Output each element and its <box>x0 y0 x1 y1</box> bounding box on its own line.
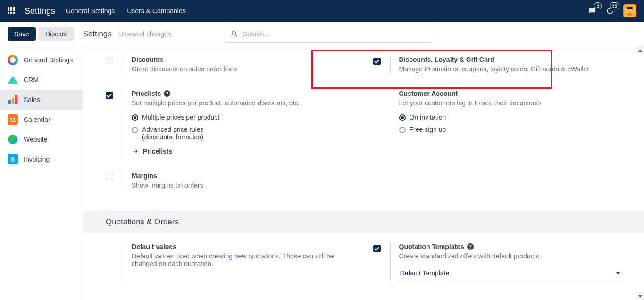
discard-button[interactable]: Discard <box>39 27 74 41</box>
setting-customer-account: Customer Account Let your customers log … <box>373 90 622 156</box>
setting-desc: Show margins on orders <box>132 181 354 189</box>
setting-title: Pricelists ? <box>132 90 354 97</box>
radio-icon <box>132 127 138 133</box>
avatar[interactable] <box>623 4 636 17</box>
checkbox-quotation-templates[interactable] <box>373 245 381 252</box>
top-nav: Settings General Settings Users & Compan… <box>0 0 644 22</box>
radio-icon <box>132 114 138 121</box>
menu-users-companies[interactable]: Users & Companies <box>127 7 186 15</box>
sidebar-item-sales[interactable]: Sales <box>0 90 83 110</box>
gear-icon <box>8 55 18 65</box>
radio-icon <box>399 127 406 133</box>
setting-default-values: Default values Default values used when … <box>106 243 354 281</box>
setting-desc: Manage Promotions, coupons, loyalty card… <box>399 65 622 73</box>
radio-icon <box>399 114 406 121</box>
svg-line-1 <box>235 35 237 36</box>
sidebar-item-label: Invoicing <box>24 155 50 163</box>
sidebar-item-general-settings[interactable]: General Settings <box>0 50 83 70</box>
sidebar-item-label: General Settings <box>24 56 73 64</box>
sidebar-item-label: Calendar <box>24 116 50 123</box>
help-icon[interactable]: ? <box>467 243 474 250</box>
app-brand[interactable]: Settings <box>25 6 55 16</box>
pricelists-link[interactable]: Pricelists <box>132 147 354 155</box>
radio-multiple-prices[interactable]: Multiple prices per product <box>132 113 354 121</box>
breadcrumb: Settings <box>83 29 111 39</box>
radio-on-invitation[interactable]: On invitation <box>399 113 622 121</box>
svg-point-0 <box>232 31 236 35</box>
setting-desc: Set multiple prices per product, automat… <box>132 99 354 107</box>
website-icon <box>8 134 18 145</box>
arrow-right-icon <box>132 148 139 154</box>
radio-free-signup[interactable]: Free sign up <box>399 126 622 133</box>
radio-advanced-rules[interactable]: Advanced price rules (discounts, formula… <box>132 126 354 141</box>
checkbox-pricelists[interactable] <box>106 92 113 99</box>
activities-icon[interactable]: 36 <box>605 6 615 16</box>
sidebar: General Settings CRM Sales 31 Calendar W… <box>0 46 83 300</box>
calendar-icon: 31 <box>8 114 18 125</box>
search-box[interactable] <box>225 26 432 43</box>
setting-title: Default values <box>132 243 354 250</box>
setting-desc: Let your customers log in to see their d… <box>399 99 622 107</box>
sidebar-item-website[interactable]: Website <box>0 129 83 149</box>
crm-icon <box>8 75 18 85</box>
setting-title: Discounts, Loyalty & Gift Card <box>399 56 622 63</box>
setting-title: Quotation Templates ? <box>399 243 622 250</box>
setting-title: Discounts <box>132 56 354 63</box>
setting-title: Margins <box>132 172 354 180</box>
setting-desc: Grant discounts on sales order lines <box>132 65 354 73</box>
default-template-select[interactable]: Default Template <box>399 266 622 280</box>
sidebar-item-calendar[interactable]: 31 Calendar <box>0 110 83 129</box>
sidebar-item-label: CRM <box>24 76 39 84</box>
save-button[interactable]: Save <box>8 27 36 41</box>
scroll-up-icon[interactable] <box>636 46 644 54</box>
search-icon <box>231 30 238 38</box>
messages-icon[interactable]: 3 <box>587 6 597 16</box>
setting-quotation-templates: Quotation Templates ? Create standardize… <box>373 243 622 281</box>
sidebar-item-invoicing[interactable]: $ Invoicing <box>0 149 83 169</box>
sidebar-item-label: Website <box>24 136 47 143</box>
scroll-down-icon[interactable] <box>636 292 644 300</box>
checkbox-loyalty[interactable] <box>373 58 381 65</box>
chevron-down-icon <box>616 272 620 274</box>
setting-margins: Margins Show margins on orders <box>106 172 354 190</box>
apps-icon[interactable] <box>8 7 16 15</box>
setting-discounts: Discounts Grant discounts on sales order… <box>106 56 354 74</box>
sidebar-item-crm[interactable]: CRM <box>0 70 83 90</box>
top-menu: General Settings Users & Companies <box>66 7 196 15</box>
action-bar: Save Discard Settings Unsaved changes <box>0 22 644 46</box>
invoicing-icon: $ <box>8 154 18 164</box>
search-input[interactable] <box>243 30 426 38</box>
checkbox-margins[interactable] <box>106 173 113 180</box>
help-icon[interactable]: ? <box>164 90 170 97</box>
sidebar-item-label: Sales <box>24 96 40 103</box>
activities-badge: 36 <box>610 2 619 9</box>
checkbox-discounts[interactable] <box>106 57 113 64</box>
sales-icon <box>8 94 18 105</box>
messages-badge: 3 <box>594 2 602 9</box>
main-content[interactable]: Discounts Grant discounts on sales order… <box>83 46 644 300</box>
setting-desc: Create standardized offers with default … <box>399 252 622 260</box>
setting-title: Customer Account <box>399 90 622 97</box>
menu-general-settings[interactable]: General Settings <box>66 7 115 15</box>
setting-desc: Default values used when creating new qu… <box>132 252 354 267</box>
setting-pricelists: Pricelists ? Set multiple prices per pro… <box>106 90 354 156</box>
setting-loyalty: Discounts, Loyalty & Gift Card Manage Pr… <box>373 56 622 74</box>
section-quotations-orders: Quotations & Orders <box>83 211 644 233</box>
unsaved-indicator: Unsaved changes <box>118 30 171 38</box>
